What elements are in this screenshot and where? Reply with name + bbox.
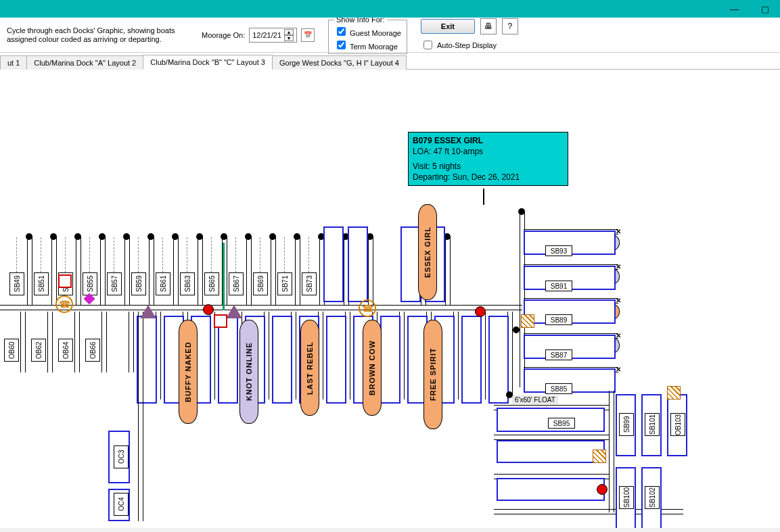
slot-lower-14[interactable] xyxy=(380,316,400,404)
slot-sb77[interactable] xyxy=(348,226,368,302)
minimize-button[interactable]: — xyxy=(719,0,750,18)
dock-finger xyxy=(149,236,154,305)
slip-label-sb102[interactable]: SB102 xyxy=(645,486,660,509)
exit-button[interactable]: Exit xyxy=(421,19,475,34)
pile-icon xyxy=(506,391,513,398)
slip-label-sb59[interactable]: SB59 xyxy=(131,272,146,295)
boat-brown-cow[interactable]: BROWN COW xyxy=(363,320,382,416)
date-input[interactable]: 12/21/21 ▲▼ xyxy=(249,28,297,43)
slot-lower-12[interactable] xyxy=(326,316,346,404)
help-icon[interactable]: ? xyxy=(502,18,518,34)
pile-icon xyxy=(245,233,252,240)
pile-icon xyxy=(269,233,276,240)
dock-finger xyxy=(198,236,203,305)
slip-label-sb69[interactable]: SB69 xyxy=(253,272,268,295)
x-icon: ✕ xyxy=(616,366,621,371)
slip-label-sb85[interactable]: SB85 xyxy=(545,383,572,394)
tab-layout-4[interactable]: Gorge West Docks "G, H I" Layout 4 xyxy=(272,55,407,70)
moorage-on-label: Moorage On: xyxy=(202,31,245,39)
slip-label-sb63[interactable]: SB63 xyxy=(180,272,195,295)
slot-lower-18[interactable] xyxy=(488,316,509,404)
slip-label-sb67[interactable]: SB67 xyxy=(229,272,244,295)
slip-label-sb89[interactable]: SB89 xyxy=(545,314,572,325)
slip-label-ob64[interactable]: OB64 xyxy=(58,339,73,362)
red-box-marker xyxy=(214,314,227,328)
pile-icon xyxy=(513,327,520,333)
calendar-icon[interactable]: 📅 xyxy=(301,28,315,42)
date-spinner[interactable]: ▲▼ xyxy=(284,29,294,41)
slip-label-sb93[interactable]: SB93 xyxy=(545,245,572,256)
pile-icon xyxy=(123,233,130,240)
bay-divider xyxy=(89,237,91,272)
pile-icon xyxy=(50,233,57,240)
boat-tooltip: B079 ESSEX GIRL LOA: 47 ft 10-amps Visit… xyxy=(408,132,568,186)
slip-label-sb100[interactable]: SB100 xyxy=(619,486,634,509)
bay-divider xyxy=(211,237,212,272)
slot-lower-8[interactable] xyxy=(218,316,238,404)
slot-lower-10[interactable] xyxy=(272,316,292,404)
helper-text: Cycle through each Docks' Graphic, showi… xyxy=(7,26,189,44)
x-icon: ✕ xyxy=(616,297,621,302)
boat-knot-online[interactable]: KNOT ONLINE xyxy=(239,320,258,424)
guest-moorage-checkbox[interactable] xyxy=(337,27,346,36)
main-dock-run xyxy=(0,305,522,310)
slip-label-oc4[interactable]: OC4 xyxy=(114,493,129,516)
pile-icon xyxy=(26,233,32,240)
slip-label-ob62[interactable]: OB62 xyxy=(31,339,46,362)
slip-label-sb57[interactable]: SB57 xyxy=(107,272,122,295)
slip-label-sb73[interactable]: SB73 xyxy=(302,272,317,295)
hatch-marker xyxy=(667,386,681,400)
auto-step-checkbox[interactable] xyxy=(423,41,432,49)
dock-canvas[interactable]: B079 ESSEX GIRL LOA: 47 ft 10-amps Visit… xyxy=(0,70,780,529)
slot-serena[interactable] xyxy=(497,440,605,463)
slip-label-sb49[interactable]: SB49 xyxy=(9,272,24,295)
green-marker xyxy=(223,243,225,310)
dock-finger xyxy=(271,236,276,305)
slip-label-ob66[interactable]: OB66 xyxy=(85,339,100,362)
date-value: 12/21/21 xyxy=(252,31,281,39)
close-button[interactable]: ▢ xyxy=(750,0,780,18)
float-label: 6'x60' FLOAT xyxy=(512,395,558,404)
fire-marker xyxy=(597,484,607,495)
tab-layout-1[interactable]: ut 1 xyxy=(0,55,27,70)
boat-buffy-naked[interactable]: BUFFY NAKED xyxy=(179,320,198,424)
dock-finger xyxy=(246,236,252,305)
dock-finger xyxy=(51,236,57,305)
pile-icon xyxy=(74,233,81,240)
slip-label-sb55[interactable]: SB55 xyxy=(83,272,97,295)
slip-label-ob103[interactable]: OB103 xyxy=(670,413,685,436)
x-icon: ✕ xyxy=(616,228,621,233)
print-icon[interactable]: 🖶 xyxy=(480,18,497,34)
term-moorage-checkbox[interactable] xyxy=(337,41,346,49)
dock-finger xyxy=(173,236,179,305)
bay-divider xyxy=(308,237,310,272)
boat-last-rebel[interactable]: LAST REBEL xyxy=(300,320,319,416)
slip-label-sb51[interactable]: SB51 xyxy=(34,272,49,295)
slip-label-sb87[interactable]: SB87 xyxy=(545,349,572,360)
dock-finger xyxy=(124,236,130,305)
bay-divider xyxy=(235,237,237,272)
bay-divider xyxy=(187,237,188,272)
slip-label-sb91[interactable]: SB91 xyxy=(545,281,572,291)
slot-wind-ketcher[interactable] xyxy=(497,478,605,501)
slip-label-oc3[interactable]: OC3 xyxy=(114,445,129,468)
slip-label-sb71[interactable]: SB71 xyxy=(277,272,292,295)
slip-label-sb101[interactable]: SB101 xyxy=(645,413,660,436)
tab-layout-2[interactable]: Club/Marina Dock "A" Layout 2 xyxy=(26,55,143,70)
slot-sb75[interactable] xyxy=(323,226,344,302)
dock-finger xyxy=(445,236,451,305)
pile-icon xyxy=(147,233,154,240)
x-icon: ✕ xyxy=(616,263,621,268)
slip-label-sb99[interactable]: SB99 xyxy=(619,413,634,436)
slip-label-sb65[interactable]: SB65 xyxy=(204,272,219,295)
slip-label-sb95[interactable]: SB95 xyxy=(548,418,575,429)
boat-free-spirit[interactable]: FREE SPIRIT xyxy=(423,320,442,429)
slot-lower-17[interactable] xyxy=(461,316,482,404)
slip-label-sb61[interactable]: SB61 xyxy=(156,272,170,295)
slip-label-ob60[interactable]: OB60 xyxy=(4,339,19,362)
toolbar: Cycle through each Docks' Graphic, showi… xyxy=(0,18,780,53)
pile-icon xyxy=(221,233,227,240)
boat-essex-girl[interactable]: ESSEX GIRL xyxy=(418,204,437,300)
oc-branch xyxy=(138,312,143,521)
tab-layout-3[interactable]: Club/Marina Dock "B" "C" Layout 3 xyxy=(143,55,273,70)
